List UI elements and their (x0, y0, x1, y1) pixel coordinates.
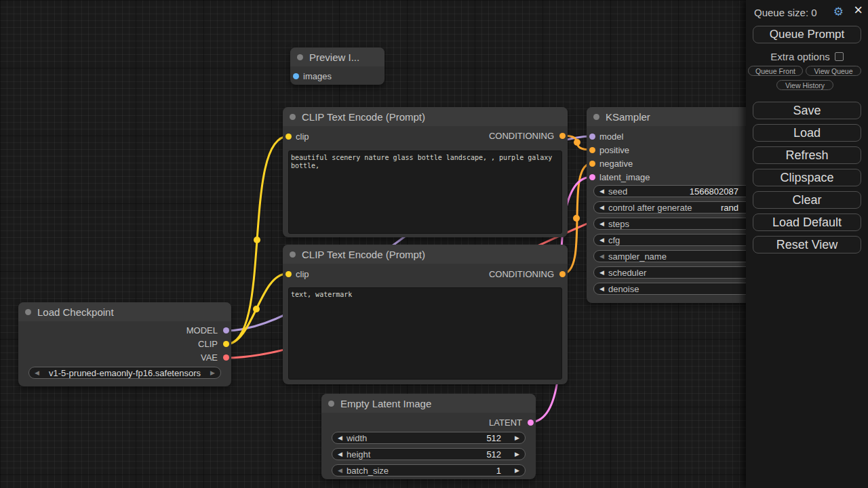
output-port-vae[interactable] (223, 354, 229, 361)
reset-view-button[interactable]: Reset View (753, 236, 861, 253)
node-title-bar[interactable]: CLIP Text Encode (Prompt) (283, 107, 568, 126)
queue-prompt-button[interactable]: Queue Prompt (753, 26, 861, 43)
decrement-arrow-icon[interactable]: ◀ (338, 435, 342, 441)
clipspace-button[interactable]: Clipspace (753, 169, 861, 186)
extra-options-checkbox[interactable] (835, 52, 844, 61)
extra-options-label: Extra options (770, 51, 830, 62)
comfyui-app: Preview I... images CLIP Text Encode (Pr… (0, 0, 868, 488)
decrement-arrow-icon[interactable]: ◀ (338, 468, 342, 474)
node-title-bar[interactable]: Empty Latent Image (321, 394, 536, 413)
input-port-clip[interactable] (285, 134, 292, 140)
widget-width[interactable]: ◀ width 512 ▶ (332, 432, 526, 444)
collapse-dot-icon[interactable] (290, 114, 296, 120)
widget-batch-size[interactable]: ◀ batch_size 1 ▶ (332, 464, 526, 476)
decrement-arrow-icon[interactable]: ◀ (599, 205, 604, 211)
collapse-dot-icon[interactable] (25, 309, 31, 315)
node-title: KSampler (606, 111, 650, 123)
increment-arrow-icon[interactable]: ▶ (515, 468, 519, 474)
wire-dot (573, 215, 580, 222)
node-clip-text-encode-negative[interactable]: CLIP Text Encode (Prompt) clip CONDITION… (283, 245, 568, 384)
wire-dot (574, 139, 580, 146)
increment-arrow-icon[interactable]: ▶ (515, 435, 519, 441)
output-port-conditioning[interactable] (559, 133, 566, 139)
node-title: Load Checkpoint (37, 306, 114, 318)
widget-value: 1 (496, 466, 501, 476)
input-port-clip[interactable] (285, 271, 292, 277)
widget-ckpt-name[interactable]: ◀ v1-5-pruned-emaonly-fp16.safetensors ▶ (28, 367, 221, 379)
input-label: clip (296, 132, 309, 141)
graph-canvas[interactable]: Preview I... images CLIP Text Encode (Pr… (0, 0, 868, 488)
node-preview-image[interactable]: Preview I... images (290, 47, 384, 85)
input-label: images (303, 72, 332, 81)
wire-dot (254, 237, 260, 243)
widget-height[interactable]: ◀ height 512 ▶ (332, 448, 526, 460)
comfy-menu: Queue size: 0 ⚙ × Queue Prompt Extra opt… (746, 0, 868, 488)
output-port-model[interactable] (223, 327, 229, 333)
decrement-arrow-icon[interactable]: ◀ (338, 451, 342, 458)
refresh-button[interactable]: Refresh (753, 146, 861, 164)
prompt-textarea[interactable]: text, watermark (288, 287, 562, 380)
node-title-bar[interactable]: Preview I... (290, 47, 384, 66)
prompt-textarea[interactable]: beautiful scenery nature glass bottle la… (288, 150, 562, 234)
output-label: CONDITIONING (489, 131, 554, 140)
widget-value: v1-5-pruned-emaonly-fp16.safetensors (43, 368, 206, 378)
collapse-dot-icon[interactable] (297, 54, 303, 60)
load-default-button[interactable]: Load Default (753, 214, 861, 231)
output-port-latent[interactable] (528, 420, 534, 426)
node-clip-text-encode-positive[interactable]: CLIP Text Encode (Prompt) clip CONDITION… (283, 107, 568, 237)
prev-arrow-icon[interactable]: ◀ (35, 370, 39, 376)
node-title: Empty Latent Image (340, 398, 431, 409)
widget-value: 1566802087 (690, 186, 738, 197)
output-port-clip[interactable] (223, 341, 229, 347)
collapse-dot-icon[interactable] (593, 114, 599, 120)
output-label: CONDITIONING (489, 270, 554, 279)
output-label: LATENT (489, 418, 522, 427)
output-label: MODEL (186, 326, 218, 335)
node-empty-latent-image[interactable]: Empty Latent Image LATENT ◀ width 512 ▶ … (321, 394, 536, 479)
extra-options-row: Extra options (746, 51, 868, 62)
close-icon[interactable]: × (854, 3, 863, 18)
input-label: negative (599, 159, 633, 168)
node-title: CLIP Text Encode (Prompt) (302, 111, 425, 123)
input-port-model[interactable] (589, 134, 595, 140)
load-button[interactable]: Load (753, 124, 861, 142)
increment-arrow-icon[interactable]: ▶ (515, 451, 519, 458)
node-title: Preview I... (309, 52, 359, 63)
output-label: CLIP (198, 340, 218, 348)
input-label: clip (296, 270, 309, 279)
collapse-dot-icon[interactable] (290, 251, 296, 258)
input-port-negative[interactable] (589, 161, 595, 167)
widget-value: 512 (486, 449, 501, 460)
wire-clip-positive (226, 136, 288, 344)
settings-gear-icon[interactable]: ⚙ (833, 6, 844, 18)
save-button[interactable]: Save (753, 102, 861, 119)
decrement-arrow-icon[interactable]: ◀ (599, 221, 604, 227)
wire-dot (253, 306, 260, 312)
node-load-checkpoint[interactable]: Load Checkpoint MODEL CLIP VAE ◀ v1-5-pr… (18, 302, 231, 386)
decrement-arrow-icon[interactable]: ◀ (599, 188, 604, 195)
clear-button[interactable]: Clear (753, 191, 861, 209)
widget-value: 512 (486, 433, 501, 443)
view-queue-button[interactable]: View Queue (806, 66, 861, 76)
input-port-positive[interactable] (589, 147, 595, 153)
input-port-images[interactable] (293, 73, 299, 79)
view-history-button[interactable]: View History (776, 80, 833, 90)
decrement-arrow-icon[interactable]: ◀ (599, 253, 604, 260)
input-label: latent_image (599, 173, 650, 182)
output-label: VAE (201, 353, 218, 362)
output-port-conditioning[interactable] (559, 271, 566, 277)
next-arrow-icon[interactable]: ▶ (210, 370, 215, 376)
queue-size-label: Queue size: 0 (754, 7, 861, 20)
collapse-dot-icon[interactable] (328, 401, 334, 407)
decrement-arrow-icon[interactable]: ◀ (599, 270, 604, 276)
node-title-bar[interactable]: Load Checkpoint (18, 302, 231, 321)
decrement-arrow-icon[interactable]: ◀ (599, 237, 604, 243)
wire-clip-negative (226, 274, 287, 344)
input-port-latent-image[interactable] (589, 174, 595, 180)
node-title-bar[interactable]: CLIP Text Encode (Prompt) (283, 245, 568, 264)
node-title: CLIP Text Encode (Prompt) (302, 249, 425, 260)
widget-value: rand (721, 203, 738, 214)
input-label: model (599, 132, 623, 141)
decrement-arrow-icon[interactable]: ◀ (599, 286, 604, 292)
queue-front-button[interactable]: Queue Front (748, 66, 803, 76)
